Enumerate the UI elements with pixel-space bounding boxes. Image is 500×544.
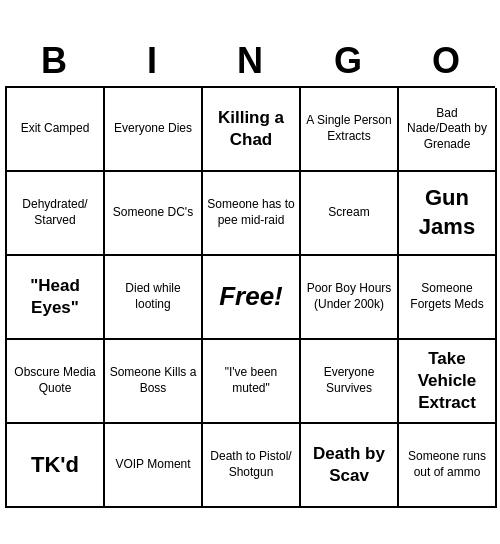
bingo-cell-12[interactable]: Free! xyxy=(203,256,301,340)
letter-n: N xyxy=(206,40,294,82)
bingo-cell-15[interactable]: Obscure Media Quote xyxy=(7,340,105,424)
bingo-cell-11[interactable]: Died while looting xyxy=(105,256,203,340)
bingo-cell-20[interactable]: TK'd xyxy=(7,424,105,508)
bingo-header: B I N G O xyxy=(5,36,495,86)
bingo-cell-23[interactable]: Death by Scav xyxy=(301,424,399,508)
bingo-cell-8[interactable]: Scream xyxy=(301,172,399,256)
bingo-cell-21[interactable]: VOIP Moment xyxy=(105,424,203,508)
bingo-cell-22[interactable]: Death to Pistol/ Shotgun xyxy=(203,424,301,508)
bingo-cell-3[interactable]: A Single Person Extracts xyxy=(301,88,399,172)
bingo-cell-24[interactable]: Someone runs out of ammo xyxy=(399,424,497,508)
bingo-cell-18[interactable]: Everyone Survives xyxy=(301,340,399,424)
bingo-cell-1[interactable]: Everyone Dies xyxy=(105,88,203,172)
bingo-cell-16[interactable]: Someone Kills a Boss xyxy=(105,340,203,424)
letter-i: I xyxy=(108,40,196,82)
bingo-cell-9[interactable]: Gun Jams xyxy=(399,172,497,256)
bingo-cell-10[interactable]: "Head Eyes" xyxy=(7,256,105,340)
bingo-cell-14[interactable]: Someone Forgets Meds xyxy=(399,256,497,340)
letter-b: B xyxy=(10,40,98,82)
bingo-cell-5[interactable]: Dehydrated/ Starved xyxy=(7,172,105,256)
letter-o: O xyxy=(402,40,490,82)
bingo-cell-4[interactable]: Bad Nade/Death by Grenade xyxy=(399,88,497,172)
letter-g: G xyxy=(304,40,392,82)
bingo-cell-19[interactable]: Take Vehicle Extract xyxy=(399,340,497,424)
bingo-cell-0[interactable]: Exit Camped xyxy=(7,88,105,172)
bingo-cell-13[interactable]: Poor Boy Hours (Under 200k) xyxy=(301,256,399,340)
bingo-cell-17[interactable]: "I've been muted" xyxy=(203,340,301,424)
bingo-cell-2[interactable]: Killing a Chad xyxy=(203,88,301,172)
bingo-cell-6[interactable]: Someone DC's xyxy=(105,172,203,256)
bingo-card: B I N G O Exit CampedEveryone DiesKillin… xyxy=(5,36,495,508)
bingo-grid: Exit CampedEveryone DiesKilling a ChadA … xyxy=(5,86,495,508)
bingo-cell-7[interactable]: Someone has to pee mid-raid xyxy=(203,172,301,256)
